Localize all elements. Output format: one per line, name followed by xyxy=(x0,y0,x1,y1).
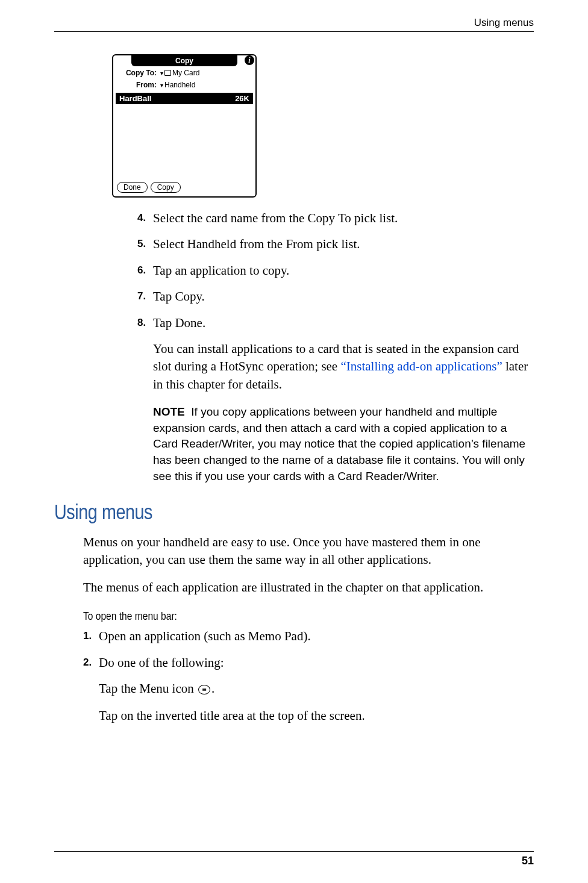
note-block: NOTE If you copy applications between yo… xyxy=(153,404,534,484)
app-size: 26K xyxy=(235,94,249,103)
card-icon xyxy=(164,70,171,76)
dialog-titlebar: Copy i xyxy=(131,55,237,66)
step-text: Select Handheld from the From pick list. xyxy=(153,236,534,253)
body-paragraph-2: The menus of each application are illust… xyxy=(83,579,534,596)
footer-divider xyxy=(54,851,534,852)
dropdown-arrow-icon: ▾ xyxy=(160,70,163,76)
section-heading-using-menus: Using menus xyxy=(54,500,448,524)
selected-app-item: HardBall 26K xyxy=(116,93,253,104)
step-number: 6. xyxy=(137,262,153,279)
step-number: 8. xyxy=(137,314,153,332)
menu-icon xyxy=(198,685,210,694)
sub-option-2: Tap on the inverted title area at the to… xyxy=(99,707,534,725)
step-4: 4. Select the card name from the Copy To… xyxy=(137,210,534,227)
steps-list-2: 1. Open an application (such as Memo Pad… xyxy=(83,628,534,672)
body-paragraph-1: Menus on your handheld are easy to use. … xyxy=(83,534,534,569)
step-text: Select the card name from the Copy To pi… xyxy=(153,210,534,227)
dialog-title: Copy xyxy=(175,57,193,65)
install-link[interactable]: “Installing add-on applications” xyxy=(340,359,502,373)
note-label: NOTE xyxy=(153,405,185,418)
app-name: HardBall xyxy=(119,94,151,103)
from-label: From: xyxy=(118,81,160,89)
dropdown-arrow-icon: ▾ xyxy=(160,82,163,89)
step-text: Open an application (such as Memo Pad). xyxy=(99,628,534,645)
step-8: 8. Tap Done. xyxy=(137,314,534,332)
steps-list-1: 4. Select the card name from the Copy To… xyxy=(137,210,534,332)
step-2-2: 2. Do one of the following: xyxy=(83,654,534,672)
header-divider xyxy=(54,31,534,32)
step-text: Do one of the following: xyxy=(99,654,534,672)
done-button: Done xyxy=(117,182,148,193)
page-header-section: Using menus xyxy=(474,17,534,29)
sub1-post: . xyxy=(211,681,214,696)
step-text: Tap an application to copy. xyxy=(153,262,534,279)
subheading-open-menu-bar: To open the menu bar: xyxy=(83,610,452,623)
step-number: 7. xyxy=(137,288,153,305)
copy-dialog-screenshot: Copy i Copy To: ▾ My Card From: ▾ Handhe… xyxy=(112,54,257,198)
step-5: 5. Select Handheld from the From pick li… xyxy=(137,236,534,253)
info-icon: i xyxy=(245,55,254,65)
page-number: 51 xyxy=(522,855,534,867)
note-text: If you copy applications between your ha… xyxy=(153,405,525,482)
copyto-label: Copy To: xyxy=(118,69,160,77)
step-number: 5. xyxy=(137,236,153,253)
step-6: 6. Tap an application to copy. xyxy=(137,262,534,279)
step-7: 7. Tap Copy. xyxy=(137,288,534,305)
install-paragraph: You can install applications to a card t… xyxy=(153,340,534,393)
from-row: From: ▾ Handheld xyxy=(113,78,255,90)
from-value: Handheld xyxy=(164,81,195,89)
step-number: 1. xyxy=(83,628,99,645)
copyto-value: My Card xyxy=(172,69,199,77)
dialog-buttons: Done Copy xyxy=(117,182,181,193)
sub1-pre: Tap the Menu icon xyxy=(99,681,197,696)
copyto-row: Copy To: ▾ My Card xyxy=(113,66,255,78)
step-2-1: 1. Open an application (such as Memo Pad… xyxy=(83,628,534,645)
step-number: 4. xyxy=(137,210,153,227)
copy-button: Copy xyxy=(151,182,181,193)
sub-option-1: Tap the Menu icon . xyxy=(99,680,534,697)
step-text: Tap Done. xyxy=(153,314,534,332)
step-number: 2. xyxy=(83,654,99,672)
step-text: Tap Copy. xyxy=(153,288,534,305)
